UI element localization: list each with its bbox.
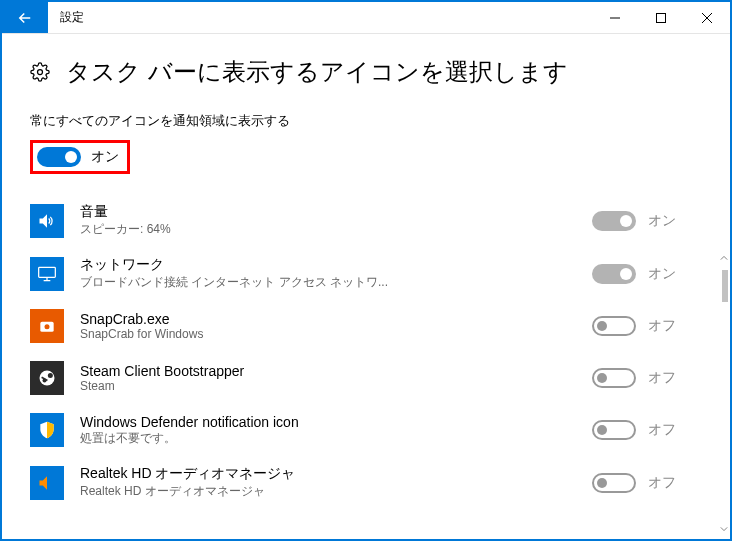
item-title: Steam Client Bootstrapper (80, 363, 576, 379)
arrow-left-icon (16, 9, 34, 27)
item-toggle (592, 420, 636, 440)
item-toggle-label: オフ (648, 369, 676, 387)
item-subtitle: 処置は不要です。 (80, 430, 576, 447)
item-text: 音量スピーカー: 64% (80, 203, 576, 238)
item-toggle-area: オフ (592, 316, 702, 336)
item-text: Realtek HD オーディオマネージャRealtek HD オーディオマネー… (80, 465, 576, 500)
scroll-down-button[interactable] (718, 523, 730, 535)
list-item: Realtek HD オーディオマネージャRealtek HD オーディオマネー… (30, 456, 702, 509)
window-title: 設定 (48, 2, 592, 33)
main-toggle-highlight: オン (30, 140, 130, 174)
titlebar: 設定 (2, 2, 730, 34)
list-item: Windows Defender notification icon処置は不要で… (30, 404, 702, 456)
item-subtitle: スピーカー: 64% (80, 221, 576, 238)
item-text: ネットワークブロードバンド接続 インターネット アクセス ネットワ... (80, 256, 576, 291)
list-item: SnapCrab.exeSnapCrab for Windowsオフ (30, 300, 702, 352)
defender-icon (30, 413, 64, 447)
main-toggle-label: オン (91, 148, 119, 166)
close-button[interactable] (684, 2, 730, 33)
list-item: ネットワークブロードバンド接続 インターネット アクセス ネットワ...オン (30, 247, 702, 300)
item-toggle-label: オン (648, 265, 676, 283)
item-toggle-area: オン (592, 211, 702, 231)
item-toggle-area: オフ (592, 368, 702, 388)
item-subtitle: SnapCrab for Windows (80, 327, 576, 341)
maximize-icon (656, 13, 666, 23)
realtek-icon (30, 466, 64, 500)
item-toggle-area: オフ (592, 420, 702, 440)
item-toggle (592, 473, 636, 493)
item-toggle (592, 316, 636, 336)
item-toggle-label: オフ (648, 317, 676, 335)
item-subtitle: Realtek HD オーディオマネージャ (80, 483, 576, 500)
scrollbar-thumb[interactable] (722, 270, 728, 302)
list-item: 音量スピーカー: 64%オン (30, 194, 702, 247)
item-title: SnapCrab.exe (80, 311, 576, 327)
show-all-icons-toggle[interactable] (37, 147, 81, 167)
scroll-up-button[interactable] (718, 252, 730, 264)
svg-point-4 (38, 70, 43, 75)
icon-list: 音量スピーカー: 64%オンネットワークブロードバンド接続 インターネット アク… (30, 194, 702, 509)
svg-rect-5 (39, 267, 56, 277)
item-title: ネットワーク (80, 256, 576, 274)
page-header: タスク バーに表示するアイコンを選択します (30, 56, 702, 88)
item-toggle-label: オン (648, 212, 676, 230)
section-label: 常にすべてのアイコンを通知領域に表示する (30, 112, 702, 130)
item-text: Windows Defender notification icon処置は不要で… (80, 414, 576, 447)
item-text: Steam Client BootstrapperSteam (80, 363, 576, 393)
item-toggle-label: オフ (648, 421, 676, 439)
svg-point-9 (48, 373, 53, 378)
minimize-icon (610, 13, 620, 23)
item-toggle-area: オン (592, 264, 702, 284)
item-toggle-label: オフ (648, 474, 676, 492)
page-title: タスク バーに表示するアイコンを選択します (66, 56, 568, 88)
list-item: Steam Client BootstrapperSteamオフ (30, 352, 702, 404)
item-title: Realtek HD オーディオマネージャ (80, 465, 576, 483)
item-title: Windows Defender notification icon (80, 414, 576, 430)
minimize-button[interactable] (592, 2, 638, 33)
item-toggle-area: オフ (592, 473, 702, 493)
content-area: タスク バーに表示するアイコンを選択します 常にすべてのアイコンを通知領域に表示… (2, 34, 730, 539)
item-title: 音量 (80, 203, 576, 221)
back-button[interactable] (2, 2, 48, 33)
gear-icon (30, 62, 50, 82)
steam-icon (30, 361, 64, 395)
svg-point-7 (45, 324, 50, 329)
maximize-button[interactable] (638, 2, 684, 33)
item-subtitle: ブロードバンド接続 インターネット アクセス ネットワ... (80, 274, 576, 291)
window-controls (592, 2, 730, 33)
item-toggle (592, 211, 636, 231)
network-icon (30, 257, 64, 291)
item-text: SnapCrab.exeSnapCrab for Windows (80, 311, 576, 341)
close-icon (702, 13, 712, 23)
item-toggle (592, 368, 636, 388)
item-subtitle: Steam (80, 379, 576, 393)
item-toggle (592, 264, 636, 284)
snapcrab-icon (30, 309, 64, 343)
svg-rect-1 (657, 13, 666, 22)
volume-icon (30, 204, 64, 238)
